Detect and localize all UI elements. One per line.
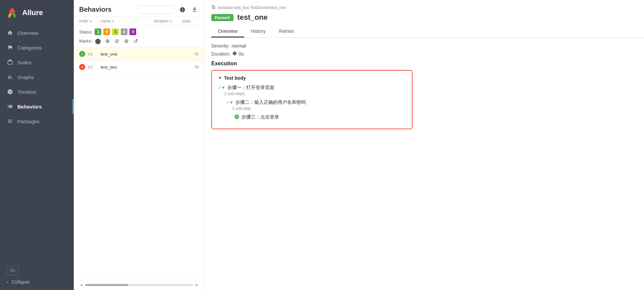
- test-num-2: #2: [88, 65, 98, 70]
- sidebar-item-behaviors-label: Behaviors: [17, 104, 42, 110]
- scroll-thumb: [85, 284, 128, 286]
- sidebar-item-categories-label: Categories: [17, 45, 42, 51]
- scroll-track[interactable]: [85, 284, 193, 286]
- duration-sort-icon[interactable]: ⇅: [170, 19, 172, 23]
- sidebar-item-overview[interactable]: Overview: [0, 25, 74, 40]
- col-duration-header: duration ⇅: [154, 19, 181, 23]
- mark-retry-icon[interactable]: ↺: [132, 37, 139, 45]
- detail-path: testcase.test_two.TestDome#test_one: [211, 5, 637, 10]
- severity-value: normal: [231, 43, 246, 49]
- test-status-fail-2: ✕: [79, 64, 85, 70]
- detail-tabs: Overview History Retries: [211, 26, 637, 38]
- test-duration-2: 0s: [189, 65, 199, 69]
- search-input[interactable]: [138, 5, 175, 14]
- bar-chart-icon: [7, 74, 13, 80]
- step2-text: 步骤二：输入正确的用户名和密码: [235, 99, 306, 105]
- step-item-2: ✓▼ 步骤二：输入正确的用户名和密码 1 sub-step: [218, 99, 406, 111]
- collapse-button[interactable]: ‹ Collapse: [7, 279, 67, 285]
- status-badge-skipped[interactable]: 0: [121, 28, 127, 35]
- file-icon: [211, 5, 216, 10]
- mark-newfeature-icon[interactable]: ⊕: [122, 37, 130, 45]
- test-status-pass-1: ✓: [79, 51, 85, 57]
- scrollbar-row: ◄ ►: [74, 280, 204, 290]
- sidebar-navigation: Overview Categories Suites Graphs Timeli…: [0, 25, 74, 261]
- step1-chevron-icon: ✓▼: [218, 85, 225, 90]
- status-badge-passed[interactable]: 1: [95, 28, 101, 35]
- detail-body: Severity: normal Duration: 0s Execution …: [205, 38, 644, 290]
- download-icon[interactable]: [190, 6, 199, 13]
- step-row-1: ✓▼ 步骤一：打开登录页面: [218, 85, 406, 91]
- col-status-header: statu: [182, 19, 199, 23]
- behaviors-icon: [7, 103, 13, 110]
- test-item-2[interactable]: ✕ #2 test_two 0s: [74, 61, 204, 74]
- collapse-label: Collapse: [12, 279, 30, 285]
- step3-text: 步骤三：点击登录: [241, 114, 279, 120]
- mark-knownbug-icon[interactable]: ⊘: [113, 37, 120, 45]
- detail-panel: testcase.test_two.TestDome#test_one Pass…: [205, 0, 644, 290]
- step3-check-icon: [234, 114, 239, 121]
- detail-test-name: test_one: [237, 13, 268, 22]
- order-sort-icon[interactable]: ⇅: [90, 19, 92, 23]
- test-name-1: test_one: [101, 52, 186, 57]
- tab-retries[interactable]: Retries: [272, 26, 301, 38]
- execution-box: ▼ Test body ✓▼ 步骤一：打开登录页面 2 sub-steps ✓▼…: [211, 70, 413, 129]
- test-name-2: test_two: [101, 65, 186, 70]
- sidebar-item-suites-label: Suites: [17, 60, 32, 65]
- test-list: ✓ #1 test_one 0s ✕ #2 test_two 0s: [74, 48, 204, 280]
- test-body-chevron: ▼: [218, 76, 222, 80]
- language-button[interactable]: En: [7, 266, 19, 275]
- status-filter-label: Status:: [79, 29, 93, 34]
- step1-substeps: 2 sub-steps: [224, 91, 406, 96]
- chevron-left-icon: ‹: [7, 279, 8, 285]
- clock-icon: [232, 51, 237, 57]
- tab-history[interactable]: History: [244, 26, 272, 38]
- name-sort-icon[interactable]: ⇅: [112, 19, 114, 23]
- test-item-1[interactable]: ✓ #1 test_one 0s: [74, 48, 204, 61]
- status-badge-unknown[interactable]: 0: [129, 28, 136, 35]
- status-filter-row: Status: 1 0 1 0 0: [79, 28, 199, 35]
- severity-row: Severity: normal: [211, 43, 637, 49]
- sidebar-item-graphs-label: Graphs: [17, 74, 34, 80]
- sidebar-item-packages[interactable]: Packages: [0, 114, 74, 129]
- sidebar-item-suites[interactable]: Suites: [0, 55, 74, 70]
- briefcase-icon: [7, 59, 13, 66]
- behaviors-panel: Behaviors order ⇅ name ⇅ duration ⇅ stat…: [74, 0, 205, 290]
- status-badge-failed[interactable]: 0: [103, 28, 110, 35]
- step-item-1: ✓▼ 步骤一：打开登录页面 2 sub-steps: [218, 85, 406, 96]
- timeline-icon: [7, 88, 13, 95]
- sidebar-item-packages-label: Packages: [17, 119, 40, 124]
- sidebar-item-graphs[interactable]: Graphs: [0, 70, 74, 84]
- step1-text: 步骤一：打开登录页面: [227, 85, 274, 91]
- mark-flaky-icon[interactable]: ⬤: [94, 37, 102, 45]
- sidebar-item-timeline-label: Timeline: [17, 89, 36, 95]
- step-row-3: 步骤三：点击登录: [234, 114, 406, 121]
- marks-label: Marks:: [79, 39, 92, 44]
- sidebar-item-behaviors[interactable]: Behaviors: [0, 99, 74, 114]
- behaviors-title: Behaviors: [79, 6, 135, 13]
- step-row-2: ✓▼ 步骤二：输入正确的用户名和密码: [226, 99, 406, 105]
- scroll-right-arrow[interactable]: ►: [195, 283, 199, 287]
- step2-chevron-icon: ✓▼: [226, 100, 233, 105]
- test-num-1: #1: [88, 52, 98, 57]
- filters-row: Status: 1 0 1 0 0 Marks: ⬤ ⊗ ⊘ ⊕ ↺: [74, 26, 204, 48]
- sidebar-item-categories[interactable]: Categories: [0, 40, 74, 55]
- sidebar-bottom: En ‹ Collapse: [0, 261, 74, 290]
- col-order-header: order ⇅: [79, 19, 99, 23]
- sidebar-item-timeline[interactable]: Timeline: [0, 84, 74, 99]
- tab-overview[interactable]: Overview: [211, 26, 244, 38]
- info-icon[interactable]: [178, 6, 187, 13]
- detail-title-row: Passed test_one: [211, 13, 637, 22]
- test-body-header[interactable]: ▼ Test body: [218, 75, 406, 81]
- detail-header: testcase.test_two.TestDome#test_one Pass…: [205, 0, 644, 38]
- scroll-left-arrow[interactable]: ◄: [79, 283, 83, 287]
- col-name-header: name ⇅: [101, 19, 153, 23]
- table-header: order ⇅ name ⇅ duration ⇅ statu: [74, 17, 204, 26]
- step2-substeps: 1 sub-step: [232, 106, 406, 111]
- status-badge-broken[interactable]: 1: [112, 28, 119, 35]
- sidebar-logo: Allure: [0, 0, 74, 25]
- severity-label: Severity:: [211, 43, 229, 49]
- execution-title: Execution: [211, 61, 637, 67]
- marks-filter-row: Marks: ⬤ ⊗ ⊘ ⊕ ↺: [79, 37, 199, 45]
- mark-muted-icon[interactable]: ⊗: [104, 37, 111, 45]
- test-duration-1: 0s: [189, 52, 199, 56]
